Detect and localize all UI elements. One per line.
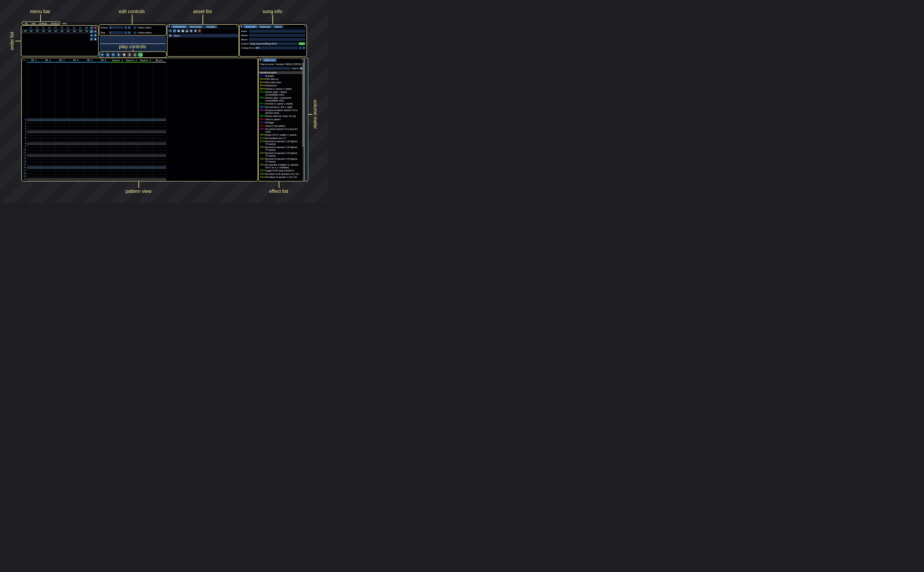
pattern-cell[interactable]: ...........: [152, 148, 166, 151]
effect-row[interactable]: 0AxyVolume slide (0y: down; x0: up): [259, 115, 304, 118]
pattern-cell[interactable]: ...........: [69, 118, 83, 121]
pattern-cell[interactable]: ...........: [83, 124, 97, 127]
pattern-cell[interactable]: ...........: [111, 127, 125, 130]
pattern-cell[interactable]: ...........: [125, 136, 139, 139]
pattern-cell[interactable]: ...........: [138, 148, 152, 151]
step-decrement-button[interactable]: -: [124, 31, 127, 34]
pattern-cell[interactable]: ...........: [111, 175, 125, 178]
pattern-cell[interactable]: ...........: [55, 136, 69, 139]
pattern-cell[interactable]: ...........: [27, 133, 41, 136]
pattern-cell[interactable]: ...........: [27, 163, 41, 166]
pattern-cell[interactable]: ...........: [125, 178, 139, 181]
pattern-cell[interactable]: ...........: [41, 148, 55, 151]
pattern-cell[interactable]: ...........: [97, 127, 111, 130]
scrollbar-thumb[interactable]: [302, 62, 304, 147]
pattern-row[interactable]: 18......................................…: [22, 172, 257, 175]
pattern-cell[interactable]: ...........: [41, 157, 55, 160]
pattern-cell[interactable]: ...........: [125, 130, 139, 133]
pattern-cell[interactable]: ...........: [138, 133, 152, 136]
pattern-cell[interactable]: ...........: [55, 166, 69, 169]
pattern-cell[interactable]: ...........: [83, 175, 97, 178]
pattern-cell[interactable]: ...........: [152, 136, 166, 139]
tuning-field[interactable]: 440: [254, 47, 298, 49]
pattern-cell[interactable]: ...........: [138, 127, 152, 130]
pattern-cell[interactable]: ...........: [152, 133, 166, 136]
effect-row[interactable]: 09xxSet groove pattern (speed 1 if no gr…: [259, 109, 304, 114]
pattern-cell[interactable]: ...........: [138, 145, 152, 148]
pattern-cell[interactable]: ...........: [111, 133, 125, 136]
order-cell[interactable]: 00: [53, 30, 59, 33]
pattern-cell[interactable]: ...........: [97, 154, 111, 157]
pattern-cell[interactable]: ...........: [69, 127, 83, 130]
pattern-cell[interactable]: ...........: [41, 160, 55, 163]
pattern-cell[interactable]: ...........: [69, 178, 83, 181]
effect-row[interactable]: 06xyVolume slide + portamento (compatibi…: [259, 96, 304, 102]
effect-row[interactable]: 15xxSet level of operator 4 (0 highest, …: [259, 158, 304, 163]
channel-header-fm-3[interactable]: FM 3: [55, 58, 69, 63]
pattern-cell[interactable]: ...........: [55, 139, 69, 142]
asset-clone-button[interactable]: [173, 29, 176, 33]
pattern-cell[interactable]: ...........: [138, 142, 152, 145]
pattern-cell[interactable]: ...........: [55, 133, 69, 136]
double-chevron-down-button[interactable]: [94, 34, 97, 37]
channel-header-square-1[interactable]: Square 1: [111, 58, 125, 63]
pattern-cell[interactable]: ...........: [41, 127, 55, 130]
pattern-cell[interactable]: ...........: [152, 166, 166, 169]
pattern-cell[interactable]: ...........: [152, 139, 166, 142]
pattern-row[interactable]: 7.......................................…: [22, 139, 257, 142]
effect-row[interactable]: 0FxxSet speed (speed 2 if no grooves exi…: [259, 128, 304, 133]
tuning-increment-button[interactable]: +: [302, 47, 305, 49]
pattern-cell[interactable]: ...........: [55, 160, 69, 163]
pattern-corner-button[interactable]: ++: [22, 59, 27, 62]
pattern-row[interactable]: 1.......................................…: [22, 121, 257, 124]
channel-header-fm-5[interactable]: FM 5: [83, 58, 97, 63]
pattern-row[interactable]: 10......................................…: [22, 148, 257, 151]
close-icon[interactable]: ×: [304, 25, 306, 28]
pattern-row[interactable]: 20......................................…: [22, 178, 257, 181]
play-from-cursor-button[interactable]: [111, 53, 115, 57]
pattern-cell[interactable]: ...........: [27, 151, 41, 154]
pattern-cell[interactable]: ...........: [83, 133, 97, 136]
pattern-cell[interactable]: ...........: [27, 172, 41, 175]
scrollbar[interactable]: [302, 62, 304, 180]
channel-header-square-2[interactable]: Square 2: [125, 58, 139, 63]
effect-row[interactable]: 11xxSet feedback (0 to 7): [259, 137, 304, 140]
pattern-cell[interactable]: ...........: [97, 139, 111, 142]
pattern-cell[interactable]: ...........: [125, 142, 139, 145]
order-cell[interactable]: 00: [65, 30, 71, 33]
song-tab-speed[interactable]: Speed: [273, 25, 284, 28]
pattern-cell[interactable]: ...........: [69, 130, 83, 133]
pattern-cell[interactable]: ...........: [83, 163, 97, 166]
pattern-cell[interactable]: ...........: [69, 142, 83, 145]
pattern-row[interactable]: 8.......................................…: [22, 142, 257, 145]
chevron-down-button[interactable]: [90, 34, 93, 37]
pattern-cell[interactable]: ...........: [41, 118, 55, 121]
pattern-cell[interactable]: ...........: [69, 175, 83, 178]
pattern-cell[interactable]: ...........: [97, 130, 111, 133]
asset-move-down-button[interactable]: [193, 29, 197, 33]
pattern-cell[interactable]: ...........: [69, 145, 83, 148]
pattern-cell[interactable]: ...........: [41, 178, 55, 181]
pattern-cell[interactable]: ...........: [111, 139, 125, 142]
unlink-button[interactable]: [90, 37, 93, 41]
pattern-cell[interactable]: ...........: [41, 130, 55, 133]
pattern-cell[interactable]: ...........: [69, 169, 83, 172]
search-input[interactable]: [260, 67, 290, 70]
chevron-up-button[interactable]: [94, 30, 97, 33]
tuning-decrement-button[interactable]: -: [299, 47, 302, 49]
pattern-cell[interactable]: ...........: [41, 175, 55, 178]
pattern-cell[interactable]: ...........: [111, 130, 125, 133]
channel-header-fm-2[interactable]: FM 2: [41, 58, 55, 63]
step-increment-button[interactable]: +: [128, 31, 131, 34]
pattern-cell[interactable]: ...........: [97, 151, 111, 154]
effect-row[interactable]: 04xyVibrato (x: speed; y: depth): [259, 88, 304, 90]
pattern-row[interactable]: 17......................................…: [22, 169, 257, 172]
record-button[interactable]: [122, 53, 126, 57]
pattern-cell[interactable]: ...........: [111, 154, 125, 157]
order-cell[interactable]: 00: [34, 30, 41, 33]
pattern-cell[interactable]: ...........: [41, 169, 55, 172]
menu-item-edit[interactable]: edit: [30, 22, 37, 25]
pattern-cell[interactable]: ...........: [138, 157, 152, 160]
pattern-cell[interactable]: ...........: [27, 157, 41, 160]
pattern-cell[interactable]: ...........: [83, 139, 97, 142]
